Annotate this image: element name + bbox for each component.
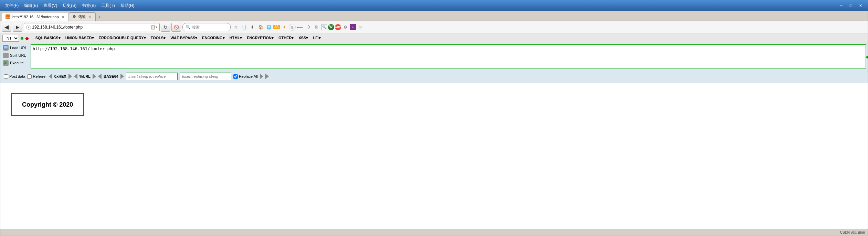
- lfi-menu[interactable]: LFI▾: [311, 35, 323, 41]
- error-double-query-menu[interactable]: ERROR/DOUBLE QUERY▾: [97, 35, 148, 41]
- referrer-checkbox[interactable]: [27, 74, 32, 79]
- green-dot-icon: ■: [20, 35, 24, 41]
- bookmark-save-icon[interactable]: 📋: [150, 25, 156, 30]
- tools-menu[interactable]: TOOLS▾: [149, 35, 168, 41]
- post-data-checkbox-group: Post data: [4, 74, 25, 79]
- maximize-button[interactable]: □: [846, 2, 855, 9]
- replace-right-arrow-2[interactable]: [265, 74, 269, 79]
- download-icon[interactable]: ⬇: [248, 23, 256, 31]
- menu-tools[interactable]: 工具(T): [99, 2, 117, 9]
- w-addon-icon[interactable]: W: [328, 24, 334, 30]
- back-button[interactable]: ◀: [2, 23, 11, 32]
- execute-button[interactable]: Execute: [2, 60, 29, 66]
- circle-g-icon[interactable]: G: [289, 24, 296, 31]
- settings-wheel-icon[interactable]: ⚙: [342, 23, 349, 31]
- svg-point-4: [7, 55, 8, 56]
- html-menu[interactable]: HTML▾: [227, 35, 244, 41]
- menu-edit[interactable]: 编辑(E): [22, 2, 40, 9]
- xss-menu[interactable]: XSS▾: [296, 35, 310, 41]
- separator-1: [31, 35, 31, 42]
- abp-icon[interactable]: ABP: [335, 24, 341, 30]
- arrow-right-icon-5: [265, 74, 269, 79]
- copyright-text: Copyright © 2020: [22, 101, 73, 108]
- reload-button[interactable]: ↻: [161, 23, 170, 32]
- spark-icon[interactable]: ✦: [280, 23, 288, 31]
- search-bar[interactable]: 🔍: [182, 23, 231, 31]
- arrow-right-icon-2: [93, 74, 96, 79]
- hackbar-toolbar: INT ■ ◆ SQL BASICS▾ UNION BASED▾ ERROR/D…: [0, 33, 868, 43]
- url-right-arrow[interactable]: [93, 74, 96, 79]
- new-tab-button[interactable]: +: [96, 13, 103, 21]
- menu-bookmark[interactable]: 书签(B): [80, 2, 98, 9]
- titlebar-menu: 文件(F) 编辑(E) 查看(V) 历史(S) 书签(B) 工具(T) 帮助(H…: [3, 2, 837, 9]
- copy-icon[interactable]: ⎘: [313, 23, 320, 31]
- waf-bypass-menu[interactable]: WAF BYPASS▾: [168, 35, 199, 41]
- forward-button[interactable]: ▶: [13, 23, 22, 32]
- load-url-label: Load URL: [10, 46, 27, 50]
- tab-close-options[interactable]: ✕: [88, 15, 92, 19]
- security-icon: i: [26, 25, 31, 30]
- insert-replacing-input[interactable]: [180, 73, 231, 80]
- browser-window: 文件(F) 编辑(E) 查看(V) 历史(S) 书签(B) 工具(T) 帮助(H…: [0, 0, 868, 236]
- url-left-arrow[interactable]: [74, 74, 77, 79]
- dropdown-icon[interactable]: ▾: [156, 25, 157, 29]
- menu-help[interactable]: 帮助(H): [118, 2, 137, 9]
- sql-basics-menu[interactable]: SQL BASICS▾: [33, 35, 63, 41]
- hex-left-arrow[interactable]: [49, 74, 52, 79]
- base64-left-arrow[interactable]: [98, 74, 102, 79]
- minimize-button[interactable]: ─: [837, 2, 846, 9]
- tab-options[interactable]: ⚙ 选项 ✕: [69, 12, 96, 21]
- url-section: Load URL Split URL: [2, 44, 866, 69]
- address-input[interactable]: [32, 25, 149, 30]
- arrows-icon[interactable]: ⟵: [296, 23, 304, 31]
- replace-all-checkbox[interactable]: [233, 74, 238, 79]
- tab-label-options: 选项: [78, 14, 86, 19]
- insert-replace-input[interactable]: [126, 73, 178, 80]
- hackbar-menu: SQL BASICS▾ UNION BASED▾ ERROR/DOUBLE QU…: [33, 35, 323, 41]
- url-actions: Load URL Split URL: [2, 44, 29, 69]
- replace-all-label: Replace All: [239, 74, 258, 78]
- forward-icon: ▶: [16, 25, 19, 30]
- statusbar: CSDN 必出题on: [0, 229, 868, 236]
- encryption-menu[interactable]: ENCRYPTION▾: [245, 35, 276, 41]
- menu-hamburger-icon[interactable]: ≡: [357, 23, 364, 31]
- arrow-left-icon: [49, 74, 52, 79]
- arrow-left-icon-2: [74, 74, 77, 79]
- arrow-right-icon-4: [260, 74, 263, 79]
- purple-addon-icon[interactable]: ▪: [350, 24, 356, 30]
- star-icon[interactable]: ☆: [232, 23, 240, 31]
- stop-icon: 🚫: [174, 25, 179, 30]
- bookmark-icon[interactable]: 📑: [240, 23, 248, 31]
- home-icon[interactable]: 🏠: [257, 23, 264, 31]
- tab-close-footer[interactable]: ✕: [61, 15, 65, 19]
- encoding-menu[interactable]: ENCODING▾: [200, 35, 226, 41]
- url-encode-label: %URL: [80, 74, 91, 78]
- split-url-button[interactable]: Split URL: [2, 52, 29, 59]
- tab-footer-php[interactable]: 🦊 http://192.16...61/footer.php ✕: [2, 13, 69, 21]
- execute-label: Execute: [10, 61, 24, 65]
- menu-view[interactable]: 查看(V): [41, 2, 59, 9]
- int-select[interactable]: INT: [2, 35, 19, 42]
- js-badge[interactable]: JS: [273, 25, 279, 29]
- post-data-checkbox[interactable]: [4, 74, 8, 79]
- url-textarea[interactable]: [31, 44, 866, 68]
- search-input[interactable]: [192, 25, 226, 29]
- close-button[interactable]: ✕: [856, 2, 865, 9]
- union-based-menu[interactable]: UNION BASED▾: [63, 35, 96, 41]
- load-url-button[interactable]: Load URL: [2, 44, 29, 51]
- menu-file[interactable]: 文件(F): [3, 2, 21, 9]
- back-icon: ◀: [4, 24, 9, 30]
- execute-icon: [3, 60, 9, 66]
- other-menu[interactable]: OTHER▾: [276, 35, 296, 41]
- menu-history[interactable]: 历史(S): [61, 2, 78, 9]
- search-icon: 🔍: [186, 25, 191, 30]
- zoom-icon[interactable]: 🔍: [321, 24, 327, 30]
- stop-button[interactable]: 🚫: [171, 23, 181, 32]
- hex-right-arrow[interactable]: [68, 74, 72, 79]
- referrer-checkbox-group: Referrer: [27, 74, 46, 79]
- replace-right-arrow-1[interactable]: [260, 74, 263, 79]
- address-bar[interactable]: i 📋 ▾: [24, 23, 160, 31]
- share-icon[interactable]: ⬡: [305, 23, 312, 31]
- earth-icon[interactable]: 🌐: [265, 23, 273, 31]
- base64-right-arrow[interactable]: [120, 74, 124, 79]
